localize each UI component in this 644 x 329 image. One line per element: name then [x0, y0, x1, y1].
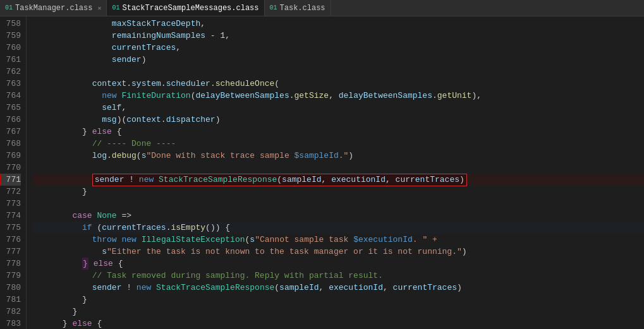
tab-task[interactable]: 01 Task.class: [265, 0, 331, 16]
ln-777: 777: [0, 246, 21, 258]
ln-776: 776: [0, 234, 21, 246]
ln-760: 760: [0, 42, 21, 54]
ln-763: 763: [0, 78, 21, 90]
code-line-760: currentTraces,: [33, 42, 644, 54]
ln-765: 765: [0, 102, 21, 114]
code-line-761: sender): [33, 54, 644, 66]
ln-775: 775: [0, 222, 21, 234]
ln-772: 772: [0, 186, 21, 198]
code-line-776: throw new IllegalStateException(s"Cannot…: [33, 234, 644, 246]
code-line-772: }: [33, 186, 644, 198]
code-line-783: } else {: [33, 318, 644, 329]
code-content: maxStackTraceDepth, remainingNumSamples …: [27, 16, 644, 329]
code-line-759: remainingNumSamples - 1,: [33, 30, 644, 42]
ln-759: 759: [0, 30, 21, 42]
tab-label-task-manager: TaskManager.class: [15, 4, 92, 13]
tab-icon-task: 01: [270, 4, 277, 11]
ln-782: 782: [0, 306, 21, 318]
code-line-764: new FiniteDuration(delayBetweenSamples.g…: [33, 90, 644, 102]
tab-icon-stack-trace: 01: [112, 4, 119, 11]
code-line-778: } else {: [33, 258, 644, 270]
code-line-774: case None =>: [33, 210, 644, 222]
code-line-762: [33, 66, 644, 78]
ln-769: 769: [0, 150, 21, 162]
code-line-777: s"Either the task is not known to the ta…: [33, 246, 644, 258]
ln-768: 768: [0, 138, 21, 150]
code-area: 758 759 760 761 762 763 764 765 766 767 …: [0, 16, 644, 329]
tab-bar: 01 TaskManager.class ✕ 01 StackTraceSamp…: [0, 0, 644, 16]
ln-767: 767: [0, 126, 21, 138]
ln-783: 783: [0, 318, 21, 329]
code-line-763: context.system.scheduler.scheduleOnce(: [33, 78, 644, 90]
code-line-781: }: [33, 294, 644, 306]
ln-761: 761: [0, 54, 21, 66]
tab-label-task: Task.class: [280, 4, 325, 13]
tab-icon-task-manager: 01: [5, 4, 13, 11]
ln-758: 758: [0, 18, 21, 30]
ln-778: 778: [0, 258, 21, 270]
code-line-780: sender ! new StackTraceSampleResponse(sa…: [33, 282, 644, 294]
code-line-782: }: [33, 306, 644, 318]
code-line-766: msg)(context.dispatcher): [33, 114, 644, 126]
tab-label-stack-trace: StackTraceSampleMessages.class: [122, 4, 258, 13]
ln-773: 773: [0, 198, 21, 210]
code-line-767: } else {: [33, 126, 644, 138]
ln-766: 766: [0, 114, 21, 126]
code-line-768: // ---- Done ----: [33, 138, 644, 150]
code-line-771: sender ! new StackTraceSampleResponse(sa…: [33, 174, 644, 186]
ln-780: 780: [0, 282, 21, 294]
code-line-773: [33, 198, 644, 210]
code-line-775: if (currentTraces.isEmpty()) {: [33, 222, 644, 234]
code-line-769: log.debug(s"Done with stack trace sample…: [33, 150, 644, 162]
code-line-779: // Task removed during sampling. Reply w…: [33, 270, 644, 282]
code-line-770: [33, 162, 644, 174]
ln-779: 779: [0, 270, 21, 282]
tab-task-manager[interactable]: 01 TaskManager.class ✕: [0, 0, 107, 16]
line-numbers: 758 759 760 761 762 763 764 765 766 767 …: [0, 16, 27, 329]
ln-762: 762: [0, 66, 21, 78]
ln-771: 771: [0, 174, 21, 186]
ln-764: 764: [0, 90, 21, 102]
tab-close-task-manager[interactable]: ✕: [97, 4, 101, 12]
ln-770: 770: [0, 162, 21, 174]
code-line-765: self,: [33, 102, 644, 114]
tab-stack-trace[interactable]: 01 StackTraceSampleMessages.class: [107, 0, 264, 16]
code-line-758: maxStackTraceDepth,: [33, 18, 644, 30]
ln-774: 774: [0, 210, 21, 222]
ln-781: 781: [0, 294, 21, 306]
